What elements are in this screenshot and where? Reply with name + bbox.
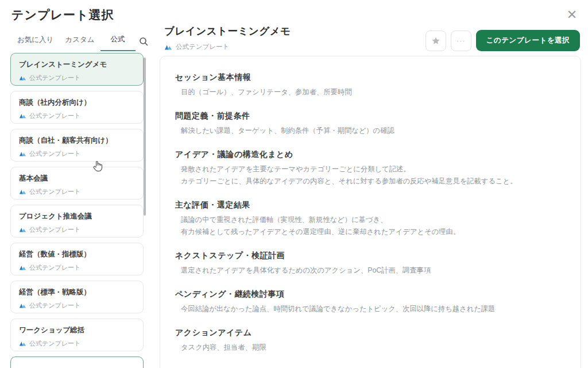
template-list: ブレインストーミングメモ 公式テンプレート 商談（社内分析向け） 公式テンプレー… [10,53,144,368]
section-problem-definition: 問題定義・前提条件 解決したい課題、ターゲット、制約条件（予算・期間など）の確認 [175,111,566,136]
template-list-item-mgmt-numeric[interactable]: 経営（数値・指標版） 公式テンプレート [10,243,144,275]
official-logo-icon [19,264,26,271]
section-next-steps: ネクストステップ・検証計画 選定されたアイデアを具体化するための次のアクション、… [175,251,566,276]
official-badge: 公式テンプレート [29,74,80,82]
official-logo-icon [19,113,26,119]
official-badge: 公式テンプレート [29,263,80,272]
template-list-item-partial[interactable] [10,356,144,368]
section-title: アイデア・議論の構造化まとめ [175,150,566,160]
detail-actions: ··· このテンプレートを選択 [425,30,580,51]
tab-favorites[interactable]: お気に入り [11,32,59,51]
section-title: 主な評価・選定結果 [175,200,566,210]
section-title: 問題定義・前提条件 [175,111,566,121]
section-line: 選定されたアイデアを具体化するための次のアクション、PoC計画、調査事項 [181,265,566,276]
official-badge: 公式テンプレート [29,112,80,120]
more-options-button[interactable]: ··· [451,30,471,51]
favorite-star-button[interactable] [425,30,446,51]
section-line: 目的（ゴール）、ファシリテータ、参加者、所要時間 [181,87,566,98]
official-badge: 公式テンプレート [176,43,229,51]
template-list-item-mgmt-standard[interactable]: 経営（標準・戦略版） 公式テンプレート [10,281,144,313]
official-logo-icon [19,75,26,81]
section-line: 発散されたアイデアを主要なテーマやカテゴリーごとに分類して記述。 [181,164,566,175]
section-title: ネクストステップ・検証計画 [175,251,566,261]
official-badge: 公式テンプレート [29,339,80,348]
section-action-items: アクションアイテム タスク内容、担当者、期限 [175,328,566,353]
official-badge: 公式テンプレート [29,187,80,196]
section-line: 有力候補として残ったアイデアとその選定理由、逆に棄却されたアイデアとその理由。 [181,227,566,237]
template-item-title: 商談（社内分析向け） [19,98,135,108]
official-badge: 公式テンプレート [29,301,80,310]
star-icon [431,36,440,45]
official-logo-icon [19,189,26,195]
tab-custom[interactable]: カスタム [59,32,100,51]
template-item-title: ブレインストーミングメモ [19,60,135,70]
template-list-item-sales-internal[interactable]: 商談（社内分析向け） 公式テンプレート [10,91,144,124]
template-list-item-workshop[interactable]: ワークショップ総括 公式テンプレート [10,319,144,351]
section-evaluation-results: 主な評価・選定結果 議論の中で重視された評価軸（実現性、新規性など）に基づき、 … [175,200,566,237]
section-line: 議論の中で重視された評価軸（実現性、新規性など）に基づき、 [181,214,566,225]
section-title: ペンディング・継続検討事項 [175,289,566,300]
section-title: アクションアイテム [175,328,566,338]
official-logo-icon [19,302,26,309]
search-icon[interactable] [139,37,148,46]
section-title: セッション基本情報 [175,72,566,83]
official-logo-icon [19,340,26,347]
sidebar-scrollbar[interactable] [144,57,146,216]
ellipsis-icon: ··· [457,36,466,45]
template-select-modal: テンプレート選択 ✕ お気に入り カスタム 公式 ブレインストーミングメモ 公式… [0,0,588,368]
section-line: タスク内容、担当者、期限 [181,342,566,353]
section-session-info: セッション基本情報 目的（ゴール）、ファシリテータ、参加者、所要時間 [175,72,566,98]
template-list-item-basic-meeting[interactable]: 基本会議 公式テンプレート [10,167,144,200]
template-list-item-brainstorming[interactable]: ブレインストーミングメモ 公式テンプレート [10,53,144,86]
close-icon[interactable]: ✕ [564,7,580,23]
tab-official[interactable]: 公式 [100,31,136,51]
template-item-title: 経営（標準・戦略版） [19,288,135,297]
template-item-title: 経営（数値・指標版） [19,250,135,259]
section-line: 解決したい課題、ターゲット、制約条件（予算・期間など）の確認 [181,125,566,136]
template-detail-panel: セッション基本情報 目的（ゴール）、ファシリテータ、参加者、所要時間 問題定義・… [160,56,581,368]
template-list-item-project-meeting[interactable]: プロジェクト推進会議 公式テンプレート [10,205,144,237]
detail-badge-row: 公式テンプレート [164,43,229,51]
template-item-title: 基本会議 [19,174,135,183]
template-list-item-sales-shared[interactable]: 商談（自社・顧客共有向け） 公式テンプレート [10,129,144,162]
official-logo-icon [19,227,26,233]
page-title: テンプレート選択 [11,7,114,23]
select-template-button[interactable]: このテンプレートを選択 [476,30,580,51]
official-logo-icon [19,151,26,157]
official-badge: 公式テンプレート [29,150,80,158]
template-item-title: 商談（自社・顧客共有向け） [19,136,135,145]
section-pending-items: ペンディング・継続検討事項 今回結論が出なかった論点、時間切れで議論できなかった… [175,289,566,315]
template-tabs: お気に入り カスタム 公式 [11,31,149,51]
section-line: カテゴリーごとに、具体的なアイデアの内容と、それに対する参加者の反応や補足意見を… [181,176,566,187]
official-logo-icon [164,44,172,51]
template-item-title: ワークショップ総括 [19,325,135,335]
detail-title: ブレインストーミングメモ [164,24,291,38]
section-line: 今回結論が出なかった論点、時間切れで議論できなかったトピック、次回以降に持ち越さ… [181,304,566,315]
section-idea-structuring: アイデア・議論の構造化まとめ 発散されたアイデアを主要なテーマやカテゴリーごとに… [175,150,566,187]
official-badge: 公式テンプレート [29,225,80,234]
template-item-title: プロジェクト推進会議 [19,212,135,221]
